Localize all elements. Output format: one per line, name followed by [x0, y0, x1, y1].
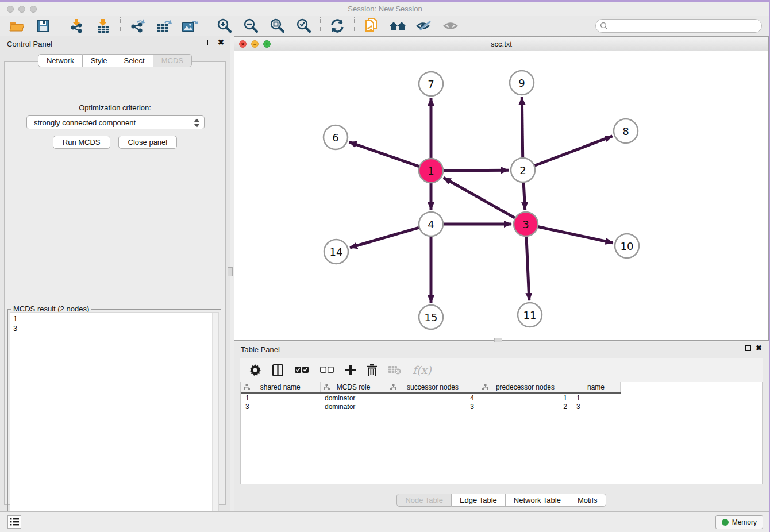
cell-successor-nodes[interactable]: 3 [387, 402, 479, 411]
save-floppy-icon [37, 20, 49, 32]
zoom-in-button[interactable] [215, 18, 233, 34]
mcds-result-scrollbar[interactable] [212, 313, 218, 526]
edge-4-14[interactable] [350, 227, 421, 248]
table-toolbar: f(x) [240, 358, 763, 382]
mcds-result-line: 1 [13, 314, 215, 323]
save-session-button[interactable] [34, 18, 52, 34]
cell-name[interactable]: 1 [572, 393, 620, 402]
cell-shared-name[interactable]: 1 [241, 393, 320, 402]
close-table-panel-icon[interactable]: ✖ [756, 345, 762, 351]
refresh-layout-button[interactable] [329, 18, 346, 34]
tab-node-table[interactable]: Node Table [396, 494, 452, 507]
column-header-successor-nodes[interactable]: successor nodes [387, 382, 479, 393]
delete-table-icon[interactable] [388, 365, 401, 375]
search-input[interactable] [595, 19, 762, 33]
gear-icon[interactable] [249, 364, 261, 376]
edge-2-3[interactable] [523, 181, 525, 210]
edge-2-8[interactable] [533, 136, 613, 166]
clone-network-button[interactable] [363, 18, 380, 34]
network-graph[interactable]: 7968124314101511 [234, 51, 768, 340]
tab-style[interactable]: Style [83, 54, 116, 67]
zoom-out-button[interactable] [242, 18, 259, 34]
panel-splitter[interactable] [230, 36, 234, 511]
zoom-out-icon [243, 18, 258, 33]
float-table-panel-icon[interactable] [745, 345, 751, 351]
import-network-button[interactable] [68, 18, 86, 34]
tab-select[interactable]: Select [116, 54, 153, 67]
close-panel-button[interactable]: Close panel [118, 136, 178, 149]
eye-icon [442, 19, 459, 33]
edge-1-6[interactable] [349, 142, 421, 167]
cell-name[interactable]: 3 [572, 402, 620, 411]
zoom-selected-button[interactable] [295, 18, 312, 34]
column-header-shared-name[interactable]: shared name [241, 382, 320, 393]
tab-motifs[interactable]: Motifs [569, 494, 606, 507]
cell-predecessor-nodes[interactable]: 2 [479, 402, 572, 411]
edge-3-1[interactable] [444, 178, 517, 218]
edge-3-11[interactable] [526, 235, 529, 300]
node-label-14: 14 [330, 246, 343, 258]
clone-network-icon [364, 18, 379, 34]
tab-edge-table[interactable]: Edge Table [452, 494, 506, 507]
export-table-button[interactable] [155, 18, 172, 34]
node-table[interactable]: shared nameMCDS rolesuccessor nodesprede… [240, 382, 763, 484]
cell-predecessor-nodes[interactable]: 1 [479, 393, 572, 402]
status-bar: Memory [0, 511, 770, 532]
import-table-icon [97, 18, 110, 33]
show-columns-icon[interactable] [272, 364, 283, 376]
splitter-grip[interactable] [228, 267, 233, 276]
cell-MCDS-role[interactable]: dominator [320, 402, 387, 411]
search-field-wrap [595, 19, 762, 33]
deselect-all-checkboxes-icon[interactable] [320, 367, 334, 373]
node-label-9: 9 [518, 77, 525, 89]
memory-button[interactable]: Memory [715, 515, 763, 529]
refresh-icon [330, 18, 345, 33]
function-builder-icon[interactable]: f(x) [413, 364, 432, 376]
select-all-checkboxes-icon[interactable] [295, 367, 309, 373]
network-window-titlebar[interactable]: ✕ − + scc.txt [234, 37, 768, 51]
mcds-panel: Optimization criterion: strongly connect… [4, 61, 226, 505]
column-header-MCDS-role[interactable]: MCDS role [320, 382, 387, 393]
export-image-button[interactable] [182, 18, 199, 34]
edge-3-10[interactable] [537, 226, 613, 243]
hide-selected-button[interactable] [415, 18, 433, 34]
float-panel-icon[interactable] [207, 40, 213, 45]
column-header-name[interactable]: name [572, 382, 620, 393]
zoom-fit-button[interactable] [268, 18, 286, 34]
edge-2-9[interactable] [522, 97, 522, 159]
cell-shared-name[interactable]: 3 [241, 402, 320, 411]
desktop-edge-top [0, 0, 770, 2]
show-all-button[interactable] [442, 18, 459, 34]
network-canvas[interactable]: 7968124314101511 [234, 51, 768, 340]
add-column-icon[interactable] [345, 365, 356, 375]
optimization-criterion-label: Optimization criterion: [5, 103, 225, 112]
node-label-11: 11 [523, 309, 537, 321]
table-panel: Table Panel ✖ f(x) shared nameMCDS roles… [234, 342, 769, 511]
tab-network[interactable]: Network [38, 54, 83, 67]
mcds-result-group: MCDS result (2 nodes) 13 [7, 309, 221, 529]
optimization-criterion-select[interactable]: strongly connected component [26, 115, 205, 129]
tab-mcds[interactable]: MCDS [153, 54, 192, 67]
node-label-10: 10 [621, 240, 634, 252]
close-panel-icon[interactable]: ✖ [218, 40, 224, 45]
cell-successor-nodes[interactable]: 4 [387, 393, 479, 402]
edge-1-2[interactable] [442, 170, 509, 171]
table-row[interactable]: 1dominator411 [241, 393, 620, 402]
control-panel-header: Control Panel ✖ [0, 36, 230, 51]
run-mcds-button[interactable]: Run MCDS [53, 136, 110, 149]
delete-column-icon[interactable] [367, 364, 377, 376]
first-neighbors-button[interactable] [389, 18, 406, 34]
column-header-predecessor-nodes[interactable]: predecessor nodes [479, 382, 572, 393]
tab-network-table[interactable]: Network Table [506, 494, 569, 507]
task-history-button[interactable] [7, 515, 21, 529]
import-table-button[interactable] [95, 18, 112, 34]
cell-MCDS-role[interactable]: dominator [320, 393, 387, 402]
open-session-button[interactable] [8, 18, 25, 34]
memory-status-icon [722, 519, 729, 526]
node-label-1: 1 [428, 165, 434, 177]
export-network-button[interactable] [129, 18, 146, 34]
mcds-result-text[interactable]: 13 [10, 312, 219, 526]
list-icon [10, 518, 19, 526]
node-label-2: 2 [519, 164, 526, 176]
table-row[interactable]: 3dominator323 [241, 402, 620, 411]
